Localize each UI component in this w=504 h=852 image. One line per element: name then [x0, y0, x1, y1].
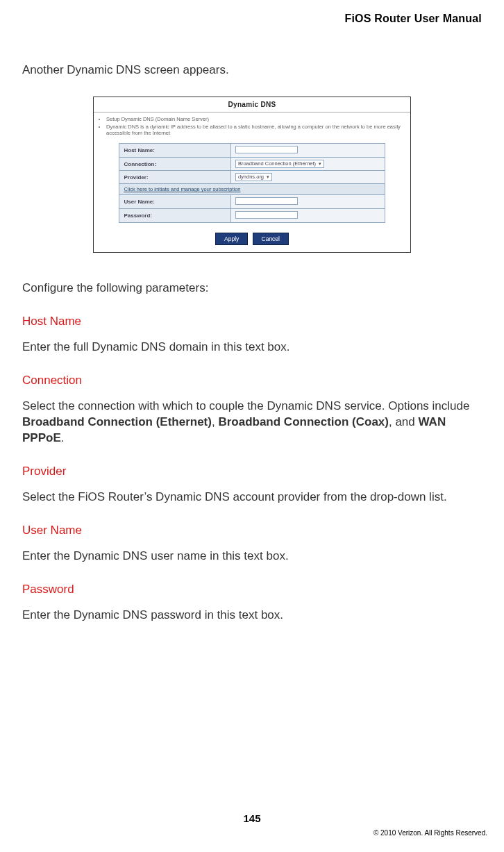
- host-name-input[interactable]: [235, 146, 298, 153]
- cell-connection-value: Broadband Connection (Ethernet): [230, 158, 385, 171]
- embedded-screenshot: Dynamic DNS Setup Dynamic DNS (Domain Na…: [93, 97, 411, 253]
- cancel-button[interactable]: Cancel: [253, 233, 289, 245]
- row-host-name: Host Name:: [119, 144, 385, 158]
- cell-password-value: [230, 209, 385, 223]
- label-user-name: User Name:: [119, 195, 230, 209]
- page-content: Another Dynamic DNS screen appears. Dyna…: [22, 62, 482, 642]
- body-connection-pre: Select the connection with which to coup…: [22, 399, 469, 412]
- body-connection-post: .: [61, 431, 65, 444]
- body-user-name: Enter the Dynamic DNS user name in this …: [22, 549, 482, 565]
- body-password: Enter the Dynamic DNS password in this t…: [22, 608, 482, 624]
- label-password: Password:: [119, 209, 230, 223]
- screenshot-description: Setup Dynamic DNS (Domain Name Server) D…: [94, 112, 410, 143]
- row-connection: Connection: Broadband Connection (Ethern…: [119, 158, 385, 171]
- screenshot-bullet: Setup Dynamic DNS (Domain Name Server): [106, 116, 405, 123]
- row-subscription-link: Click here to initiate and manage your s…: [119, 184, 385, 195]
- sep1: ,: [212, 415, 218, 428]
- label-host-name: Host Name:: [119, 144, 230, 158]
- row-password: Password:: [119, 209, 385, 223]
- opt-coax: Broadband Connection (Coax): [218, 415, 389, 428]
- body-provider: Select the FiOS Router’s Dynamic DNS acc…: [22, 490, 482, 506]
- body-host-name: Enter the full Dynamic DNS domain in thi…: [22, 340, 482, 356]
- screenshot-form-table: Host Name: Connection: Broadband Connect…: [119, 143, 385, 223]
- cell-user-name-value: [230, 195, 385, 209]
- label-provider: Provider:: [119, 171, 230, 184]
- sep2: , and: [389, 415, 419, 428]
- page-header-title: FiOS Router User Manual: [344, 12, 482, 25]
- heading-provider: Provider: [22, 465, 482, 478]
- user-name-input[interactable]: [235, 197, 298, 205]
- configure-text: Configure the following parameters:: [22, 281, 482, 296]
- body-connection: Select the connection with which to coup…: [22, 399, 482, 446]
- opt-ethernet: Broadband Connection (Ethernet): [22, 415, 212, 428]
- cell-host-name-value: [230, 144, 385, 158]
- password-input[interactable]: [235, 211, 298, 219]
- screenshot-title: Dynamic DNS: [94, 97, 410, 112]
- page-number: 145: [0, 812, 504, 824]
- intro-text: Another Dynamic DNS screen appears.: [22, 62, 482, 78]
- row-user-name: User Name:: [119, 195, 385, 209]
- heading-host-name: Host Name: [22, 315, 482, 328]
- copyright-text: © 2010 Verizon. All Rights Reserved.: [373, 829, 487, 837]
- subscription-link[interactable]: Click here to initiate and manage your s…: [119, 184, 385, 195]
- heading-connection: Connection: [22, 374, 482, 387]
- label-connection: Connection:: [119, 158, 230, 171]
- cell-provider-value: dyndns.org: [230, 171, 385, 184]
- connection-select[interactable]: Broadband Connection (Ethernet): [235, 160, 324, 168]
- heading-password: Password: [22, 583, 482, 596]
- screenshot-button-row: Apply Cancel: [94, 228, 410, 252]
- apply-button[interactable]: Apply: [215, 233, 248, 245]
- heading-user-name: User Name: [22, 524, 482, 537]
- provider-select[interactable]: dyndns.org: [235, 173, 272, 181]
- screenshot-bullet: Dynamic DNS is a dynamic IP address to b…: [106, 124, 405, 137]
- row-provider: Provider: dyndns.org: [119, 171, 385, 184]
